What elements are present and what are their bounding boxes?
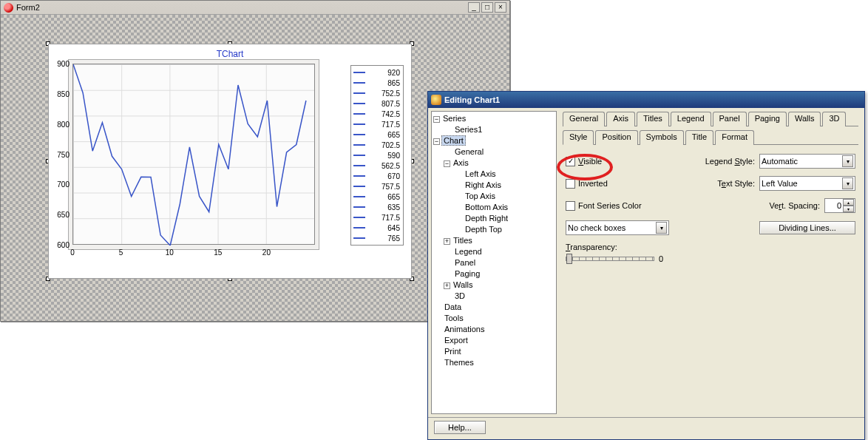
- tab-axis[interactable]: Axis: [606, 112, 635, 126]
- tree-right-axis[interactable]: Right Axis: [464, 180, 503, 189]
- vert-spacing-input[interactable]: [825, 200, 843, 211]
- dialog-footer: Help...: [428, 417, 864, 439]
- tree-series1[interactable]: Series1: [453, 125, 484, 134]
- series-line: [73, 64, 316, 246]
- tree-themes[interactable]: Themes: [443, 358, 475, 367]
- expand-icon[interactable]: −: [444, 160, 450, 167]
- main-tabs: General Axis Titles Legend Panel Paging …: [563, 111, 858, 126]
- expand-icon[interactable]: −: [433, 138, 440, 145]
- transparency-value: 0: [659, 254, 663, 263]
- slider-thumb[interactable]: [566, 254, 572, 264]
- transparency-label: Transparency:: [566, 243, 855, 251]
- checkboxes-combo[interactable]: No check boxes▾: [566, 220, 669, 235]
- tree-general[interactable]: General: [453, 147, 485, 156]
- subtab-style[interactable]: Style: [563, 130, 594, 145]
- chevron-down-icon[interactable]: ▾: [656, 222, 667, 234]
- font-series-color-label: Font Series Color: [578, 201, 642, 210]
- subtab-format[interactable]: Format: [715, 130, 754, 145]
- minimize-button[interactable]: _: [468, 2, 480, 13]
- y-axis-labels: 900850800750700650600: [49, 64, 71, 245]
- tree-titles[interactable]: Titles: [452, 236, 474, 245]
- tree-panel[interactable]: Panel: [453, 258, 477, 267]
- tree-series[interactable]: Series: [441, 114, 467, 123]
- dialog-icon: [431, 95, 441, 105]
- sub-tabs: Style Position Symbols Title Format: [563, 129, 858, 145]
- spin-down-icon[interactable]: ▾: [843, 206, 854, 212]
- expand-icon[interactable]: +: [444, 238, 450, 245]
- expand-icon[interactable]: +: [444, 282, 450, 289]
- maximize-button[interactable]: □: [481, 2, 493, 13]
- help-button[interactable]: Help...: [434, 421, 486, 434]
- tab-titles[interactable]: Titles: [637, 112, 669, 126]
- plot-area: [72, 64, 315, 245]
- text-style-label: Text Style:: [717, 179, 755, 188]
- chart-legend: 920865752.5807.5742.5717.5665702.5590562…: [350, 65, 404, 246]
- vert-spacing-spinner[interactable]: ▴▾: [824, 198, 855, 213]
- tree-walls[interactable]: Walls: [452, 280, 474, 289]
- tree-legend[interactable]: Legend: [453, 247, 484, 256]
- tree-print[interactable]: Print: [443, 347, 463, 356]
- inverted-label: Inverted: [578, 179, 608, 188]
- inverted-checkbox[interactable]: [566, 179, 575, 189]
- dialog-title-text: Editing Chart1: [444, 95, 500, 104]
- dividing-lines-button[interactable]: Dividing Lines...: [759, 221, 855, 234]
- close-button[interactable]: ×: [495, 2, 506, 13]
- form2-titlebar[interactable]: Form2 _ □ ×: [1, 1, 509, 15]
- text-style-combo[interactable]: Left Value▾: [759, 176, 855, 191]
- tree-tools[interactable]: Tools: [443, 314, 465, 322]
- tree-left-axis[interactable]: Left Axis: [464, 169, 498, 178]
- subtab-symbols[interactable]: Symbols: [640, 130, 684, 145]
- tab-paging[interactable]: Paging: [748, 112, 787, 126]
- tree-3d[interactable]: 3D: [453, 291, 467, 300]
- visible-label: Visible: [578, 157, 602, 166]
- expand-icon[interactable]: −: [433, 116, 440, 123]
- tree-paging[interactable]: Paging: [453, 269, 481, 278]
- subtab-position[interactable]: Position: [595, 130, 637, 145]
- tree-top-axis[interactable]: Top Axis: [464, 192, 497, 200]
- tab-general[interactable]: General: [563, 112, 605, 126]
- tab-3d[interactable]: 3D: [822, 112, 846, 126]
- tab-legend[interactable]: Legend: [671, 112, 711, 126]
- right-panel: General Axis Titles Legend Panel Paging …: [560, 108, 864, 417]
- tree-panel[interactable]: −Series Series1 −Chart General −Axis Lef…: [431, 111, 557, 414]
- tree-export[interactable]: Export: [443, 336, 469, 345]
- tree-bottom-axis[interactable]: Bottom Axis: [464, 203, 509, 211]
- subtab-title[interactable]: Title: [685, 130, 713, 145]
- chevron-down-icon[interactable]: ▾: [842, 177, 853, 189]
- chevron-down-icon[interactable]: ▾: [842, 155, 853, 167]
- tab-walls[interactable]: Walls: [788, 112, 821, 126]
- legend-style-label: Legend Style:: [705, 157, 755, 166]
- editing-chart-dialog: Editing Chart1 −Series Series1 −Chart Ge…: [427, 91, 865, 440]
- window-title: Form2: [16, 3, 468, 12]
- chart-title: TChart: [49, 49, 411, 59]
- font-series-color-checkbox[interactable]: [566, 201, 575, 211]
- tree-animations[interactable]: Animations: [443, 325, 486, 334]
- tree-chart[interactable]: Chart: [441, 135, 466, 146]
- legend-style-combo[interactable]: Automatic▾: [759, 154, 855, 169]
- tree-depth-top[interactable]: Depth Top: [464, 225, 503, 234]
- visible-checkbox[interactable]: [566, 157, 575, 166]
- tchart-control[interactable]: TChart 900850800750700650600 05101520 92…: [48, 44, 412, 279]
- spin-up-icon[interactable]: ▴: [843, 199, 854, 206]
- tree-depth-right[interactable]: Depth Right: [464, 214, 509, 223]
- tree-data[interactable]: Data: [443, 302, 463, 311]
- dialog-titlebar[interactable]: Editing Chart1: [428, 92, 864, 108]
- tree-axis[interactable]: Axis: [452, 158, 470, 167]
- tab-panel[interactable]: Panel: [713, 112, 747, 126]
- transparency-slider[interactable]: [566, 257, 654, 261]
- vert-spacing-label: Vert. Spacing:: [769, 201, 820, 210]
- app-icon: [4, 3, 13, 13]
